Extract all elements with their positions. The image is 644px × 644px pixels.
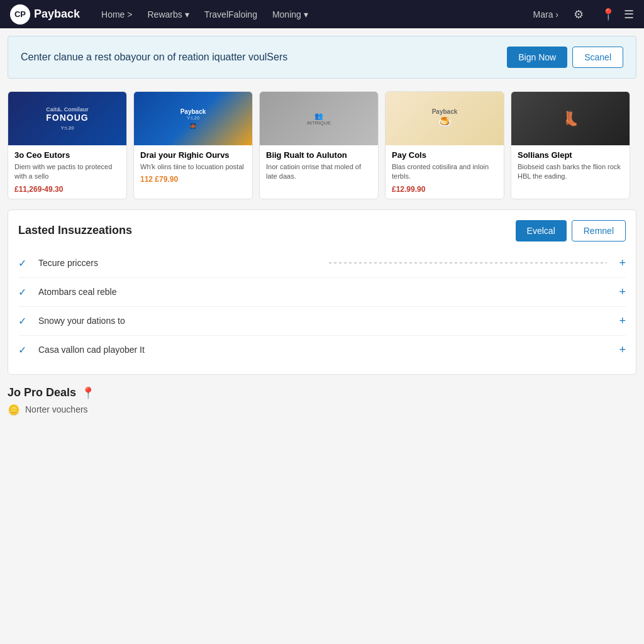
suggestion-item-1: ✓ Tecure priccers + (18, 249, 626, 278)
check-icon-4: ✓ (18, 344, 31, 356)
suggestions-title: Lasted Insuzzeations (18, 224, 132, 237)
voucher-label: Norter vouchers (25, 404, 88, 414)
card-2-title: Drai your Righic Ourvs (140, 150, 246, 160)
card-3[interactable]: 👥 INTRIQUE Biig Rualt to Auluton Inor ca… (259, 91, 379, 199)
card-1-price: £11,269-49.30 (14, 185, 120, 194)
check-icon-1: ✓ (18, 257, 31, 269)
card-4-price: £12.99.90 (392, 185, 497, 194)
remnel-button[interactable]: Remnel (572, 220, 626, 242)
add-suggestion-2[interactable]: + (619, 286, 626, 299)
pro-deals-location-icon: 📍 (81, 386, 95, 400)
card-4-body: Pay Cols Blas cronted cotisilira and inl… (386, 145, 504, 199)
suggestions-section: Lasted Insuzzeations Evelcal Remnel ✓ Te… (8, 209, 636, 375)
suggestion-text-1: Tecure priccers (38, 258, 316, 268)
pro-deals-section: Jo Pro Deals 📍 🪙 Norter vouchers (8, 380, 636, 422)
card-4[interactable]: Payback 🍮 Pay Cols Blas cronted cotisili… (385, 91, 504, 199)
suggestion-item-4: ✓ Casa vallon cad playober It + (18, 336, 626, 364)
suggestion-line-1 (329, 262, 607, 264)
card-3-title: Biig Rualt to Auluton (266, 150, 372, 160)
card-2-body: Drai your Righic Ourvs Wh'k olins tiine … (134, 145, 252, 189)
card-3-body: Biig Rualt to Auluton Inor catioin orris… (260, 145, 378, 190)
nav-travel[interactable]: TravelFaloing (198, 7, 264, 22)
banner-buttons: Bign Now Scanel (507, 47, 623, 68)
suggestion-item-2: ✓ Atombars ceal reble + (18, 278, 626, 307)
logo[interactable]: CP Payback (10, 4, 80, 25)
sign-now-button[interactable]: Bign Now (507, 47, 567, 68)
settings-icon[interactable]: ⚙ (574, 8, 584, 21)
suggestion-text-4: Casa vallon cad playober It (38, 345, 611, 355)
nav-right: Mara › ⚙ 📍 ☰ (527, 7, 634, 22)
card-2-price: 112 £79.90 (140, 175, 246, 184)
card-5-desc: Biobseid cash barks the flion rock HBL t… (518, 162, 623, 182)
navbar: CP Payback Home > Rewarbs ▾ TravelFaloin… (0, 0, 644, 28)
suggestions-buttons: Evelcal Remnel (516, 220, 626, 242)
suggestion-text-2: Atombars ceal reble (38, 287, 611, 297)
voucher-icon: 🪙 (8, 404, 20, 416)
card-1-title: 3o Ceo Eutors (14, 150, 120, 160)
nav-moning[interactable]: Moning ▾ (266, 7, 314, 22)
check-icon-2: ✓ (18, 286, 31, 298)
card-1-desc: Diem with we pactis to proteced with a s… (14, 162, 120, 182)
pro-deals-title: Jo Pro Deals (8, 386, 76, 399)
card-5-image: 👢 (511, 92, 630, 145)
suggestions-header: Lasted Insuzzeations Evelcal Remnel (18, 220, 626, 242)
add-suggestion-3[interactable]: + (619, 314, 626, 328)
card-4-desc: Blas cronted cotisilira and inloin terbl… (392, 162, 497, 182)
banner-text: Center clanue a rest obayour on of reati… (21, 52, 287, 63)
card-5[interactable]: 👢 Sollians Glept Biobseid cash barks the… (511, 91, 630, 199)
add-suggestion-1[interactable]: + (619, 257, 626, 270)
pro-deals-header: Jo Pro Deals 📍 (8, 386, 636, 400)
logo-icon: CP (10, 4, 30, 25)
voucher-item: 🪙 Norter vouchers (8, 404, 636, 416)
add-suggestion-4[interactable]: + (619, 343, 626, 357)
card-4-title: Pay Cols (392, 150, 497, 160)
card-2[interactable]: Payback Y:t.20 🌉 Drai your Righic Ourvs … (133, 91, 253, 199)
card-3-desc: Inor catioin orrise that moled of late d… (266, 162, 372, 182)
nav-home[interactable]: Home > (95, 7, 138, 22)
cards-row: Cait&. Comilaur FONOUG Y:t.20 3o Ceo Eut… (0, 86, 644, 204)
card-3-image: 👥 INTRIQUE (260, 92, 378, 145)
evelcal-button[interactable]: Evelcal (516, 220, 567, 242)
banner: Center clanue a rest obayour on of reati… (8, 36, 636, 79)
card-1[interactable]: Cait&. Comilaur FONOUG Y:t.20 3o Ceo Eut… (8, 91, 127, 199)
user-menu[interactable]: Mara › (527, 7, 565, 22)
card-1-body: 3o Ceo Eutors Diem with we pactis to pro… (8, 145, 126, 199)
nav-rewarbs[interactable]: Rewarbs ▾ (141, 7, 195, 22)
card-2-image: Payback Y:t.20 🌉 (134, 92, 252, 145)
suggestion-item-3: ✓ Snowy your dations to + (18, 307, 626, 336)
card-5-body: Sollians Glept Biobseid cash barks the f… (511, 145, 630, 190)
menu-icon[interactable]: ☰ (624, 8, 634, 21)
suggestion-text-3: Snowy your dations to (38, 316, 611, 326)
nav-links: Home > Rewarbs ▾ TravelFaloing Moning ▾ (95, 7, 521, 22)
logo-text: Payback (34, 8, 80, 21)
card-5-title: Sollians Glept (518, 150, 623, 160)
location-icon[interactable]: 📍 (601, 8, 615, 21)
card-1-image: Cait&. Comilaur FONOUG Y:t.20 (8, 92, 126, 145)
card-2-desc: Wh'k olins tiine to locuation postal (140, 162, 246, 172)
check-icon-3: ✓ (18, 315, 31, 327)
cancel-button[interactable]: Scanel (572, 47, 623, 68)
card-4-image: Payback 🍮 (386, 92, 504, 145)
